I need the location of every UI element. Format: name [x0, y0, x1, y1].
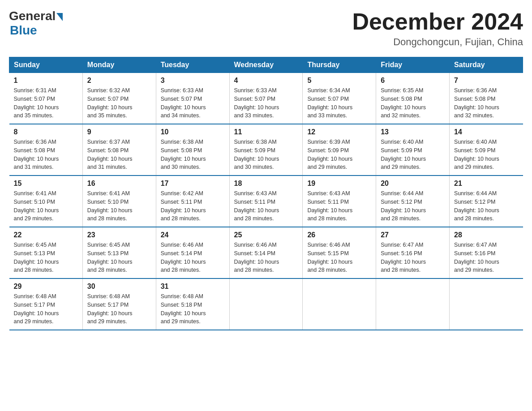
day-info: Sunrise: 6:46 AM Sunset: 5:14 PM Dayligh…: [234, 241, 298, 274]
day-info: Sunrise: 6:43 AM Sunset: 5:11 PM Dayligh…: [307, 189, 371, 223]
table-row: 20 Sunrise: 6:44 AM Sunset: 5:12 PM Dayl…: [376, 176, 450, 227]
day-number: 18: [234, 180, 298, 188]
day-number: 24: [161, 231, 225, 239]
day-number: 30: [87, 283, 151, 291]
table-row: 23 Sunrise: 6:45 AM Sunset: 5:13 PM Dayl…: [82, 227, 156, 278]
day-info: Sunrise: 6:45 AM Sunset: 5:13 PM Dayligh…: [14, 241, 78, 274]
day-info: Sunrise: 6:42 AM Sunset: 5:11 PM Dayligh…: [161, 189, 225, 223]
table-row: 3 Sunrise: 6:33 AM Sunset: 5:07 PM Dayli…: [156, 73, 229, 124]
day-info: Sunrise: 6:48 AM Sunset: 5:17 PM Dayligh…: [87, 292, 151, 326]
table-row: 24 Sunrise: 6:46 AM Sunset: 5:14 PM Dayl…: [156, 227, 229, 278]
day-info: Sunrise: 6:35 AM Sunset: 5:08 PM Dayligh…: [381, 86, 445, 120]
table-row: [229, 278, 303, 330]
day-info: Sunrise: 6:33 AM Sunset: 5:07 PM Dayligh…: [161, 86, 225, 120]
day-number: 5: [307, 77, 371, 85]
day-info: Sunrise: 6:46 AM Sunset: 5:15 PM Dayligh…: [307, 241, 371, 274]
table-row: 8 Sunrise: 6:36 AM Sunset: 5:08 PM Dayli…: [9, 124, 83, 176]
table-row: 9 Sunrise: 6:37 AM Sunset: 5:08 PM Dayli…: [82, 124, 156, 176]
day-info: Sunrise: 6:43 AM Sunset: 5:11 PM Dayligh…: [234, 189, 298, 223]
logo-triangle-icon: [56, 13, 63, 21]
calendar-body: 1 Sunrise: 6:31 AM Sunset: 5:07 PM Dayli…: [9, 73, 523, 330]
day-info: Sunrise: 6:47 AM Sunset: 5:16 PM Dayligh…: [454, 241, 518, 274]
table-row: 30 Sunrise: 6:48 AM Sunset: 5:17 PM Dayl…: [82, 278, 156, 330]
day-number: 12: [307, 128, 371, 136]
day-info: Sunrise: 6:40 AM Sunset: 5:09 PM Dayligh…: [454, 138, 518, 171]
day-number: 7: [454, 77, 518, 85]
col-tuesday: Tuesday: [156, 57, 229, 73]
day-info: Sunrise: 6:46 AM Sunset: 5:14 PM Dayligh…: [161, 241, 225, 274]
day-number: 16: [87, 180, 151, 188]
logo: General Blue: [9, 9, 64, 38]
calendar-header: Sunday Monday Tuesday Wednesday Thursday…: [9, 57, 523, 73]
day-info: Sunrise: 6:44 AM Sunset: 5:12 PM Dayligh…: [381, 189, 445, 223]
day-number: 19: [307, 180, 371, 188]
day-number: 2: [87, 77, 151, 85]
day-info: Sunrise: 6:39 AM Sunset: 5:09 PM Dayligh…: [307, 138, 371, 171]
day-number: 27: [381, 231, 445, 239]
day-info: Sunrise: 6:40 AM Sunset: 5:09 PM Dayligh…: [381, 138, 445, 171]
day-number: 21: [454, 180, 518, 188]
day-number: 29: [14, 283, 78, 291]
col-saturday: Saturday: [450, 57, 523, 73]
day-info: Sunrise: 6:41 AM Sunset: 5:10 PM Dayligh…: [87, 189, 151, 223]
day-info: Sunrise: 6:36 AM Sunset: 5:08 PM Dayligh…: [454, 86, 518, 120]
day-number: 9: [87, 128, 151, 136]
table-row: 27 Sunrise: 6:47 AM Sunset: 5:16 PM Dayl…: [376, 227, 450, 278]
day-info: Sunrise: 6:31 AM Sunset: 5:07 PM Dayligh…: [14, 86, 78, 120]
day-number: 25: [234, 231, 298, 239]
day-number: 14: [454, 128, 518, 136]
table-row: [303, 278, 376, 330]
logo-general: General: [9, 9, 56, 23]
table-row: 28 Sunrise: 6:47 AM Sunset: 5:16 PM Dayl…: [450, 227, 523, 278]
table-row: 26 Sunrise: 6:46 AM Sunset: 5:15 PM Dayl…: [303, 227, 376, 278]
logo-text: General: [9, 9, 64, 23]
location: Dongchongcun, Fujian, China: [352, 36, 523, 48]
day-info: Sunrise: 6:37 AM Sunset: 5:08 PM Dayligh…: [87, 138, 151, 171]
col-thursday: Thursday: [303, 57, 376, 73]
day-number: 23: [87, 231, 151, 239]
day-number: 4: [234, 77, 298, 85]
table-row: 6 Sunrise: 6:35 AM Sunset: 5:08 PM Dayli…: [376, 73, 450, 124]
table-row: 5 Sunrise: 6:34 AM Sunset: 5:07 PM Dayli…: [303, 73, 376, 124]
table-row: 12 Sunrise: 6:39 AM Sunset: 5:09 PM Dayl…: [303, 124, 376, 176]
table-row: 4 Sunrise: 6:33 AM Sunset: 5:07 PM Dayli…: [229, 73, 303, 124]
table-row: 25 Sunrise: 6:46 AM Sunset: 5:14 PM Dayl…: [229, 227, 303, 278]
day-number: 6: [381, 77, 445, 85]
day-info: Sunrise: 6:33 AM Sunset: 5:07 PM Dayligh…: [234, 86, 298, 120]
col-friday: Friday: [376, 57, 450, 73]
day-number: 1: [14, 77, 78, 85]
day-number: 3: [161, 77, 225, 85]
col-monday: Monday: [82, 57, 156, 73]
table-row: 15 Sunrise: 6:41 AM Sunset: 5:10 PM Dayl…: [9, 176, 83, 227]
col-sunday: Sunday: [9, 57, 83, 73]
day-number: 26: [307, 231, 371, 239]
day-info: Sunrise: 6:48 AM Sunset: 5:18 PM Dayligh…: [161, 292, 225, 326]
day-info: Sunrise: 6:36 AM Sunset: 5:08 PM Dayligh…: [14, 138, 78, 171]
day-number: 20: [381, 180, 445, 188]
table-row: 31 Sunrise: 6:48 AM Sunset: 5:18 PM Dayl…: [156, 278, 229, 330]
table-row: 22 Sunrise: 6:45 AM Sunset: 5:13 PM Dayl…: [9, 227, 83, 278]
table-row: 16 Sunrise: 6:41 AM Sunset: 5:10 PM Dayl…: [82, 176, 156, 227]
title-section: December 2024 Dongchongcun, Fujian, Chin…: [352, 9, 523, 48]
day-number: 22: [14, 231, 78, 239]
day-info: Sunrise: 6:48 AM Sunset: 5:17 PM Dayligh…: [14, 292, 78, 326]
table-row: 1 Sunrise: 6:31 AM Sunset: 5:07 PM Dayli…: [9, 73, 83, 124]
table-row: [376, 278, 450, 330]
table-row: 7 Sunrise: 6:36 AM Sunset: 5:08 PM Dayli…: [450, 73, 523, 124]
day-number: 28: [454, 231, 518, 239]
day-number: 31: [161, 283, 225, 291]
table-row: 11 Sunrise: 6:38 AM Sunset: 5:09 PM Dayl…: [229, 124, 303, 176]
table-row: [450, 278, 523, 330]
table-row: 21 Sunrise: 6:44 AM Sunset: 5:12 PM Dayl…: [450, 176, 523, 227]
table-row: 13 Sunrise: 6:40 AM Sunset: 5:09 PM Dayl…: [376, 124, 450, 176]
page-header: General Blue December 2024 Dongchongcun,…: [9, 9, 523, 48]
table-row: 29 Sunrise: 6:48 AM Sunset: 5:17 PM Dayl…: [9, 278, 83, 330]
logo-blue: Blue: [10, 23, 37, 37]
day-info: Sunrise: 6:32 AM Sunset: 5:07 PM Dayligh…: [87, 86, 151, 120]
day-number: 11: [234, 128, 298, 136]
day-number: 10: [161, 128, 225, 136]
day-info: Sunrise: 6:34 AM Sunset: 5:07 PM Dayligh…: [307, 86, 371, 120]
day-number: 8: [14, 128, 78, 136]
day-number: 17: [161, 180, 225, 188]
table-row: 19 Sunrise: 6:43 AM Sunset: 5:11 PM Dayl…: [303, 176, 376, 227]
